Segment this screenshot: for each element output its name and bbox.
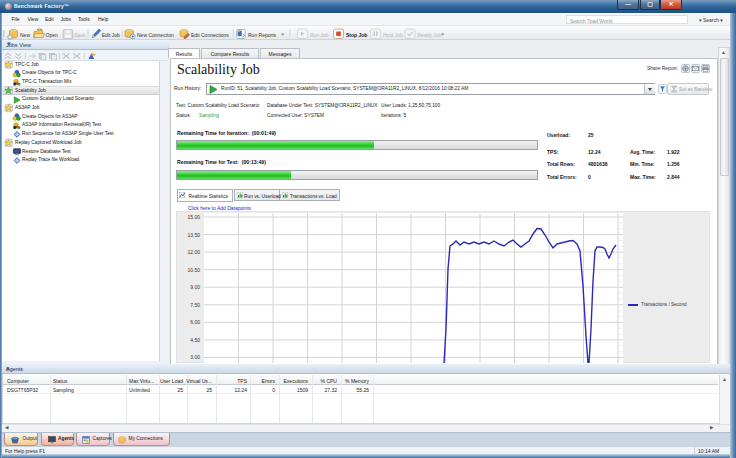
svg-text:10.50: 10.50 bbox=[187, 267, 200, 273]
svg-text:13.50: 13.50 bbox=[187, 232, 200, 238]
svg-text:12.00: 12.00 bbox=[187, 249, 200, 255]
svg-text:3.00: 3.00 bbox=[190, 354, 200, 360]
svg-text:7.50: 7.50 bbox=[190, 302, 200, 308]
svg-text:15.00: 15.00 bbox=[187, 214, 200, 220]
svg-text:4.50: 4.50 bbox=[190, 337, 200, 343]
svg-text:9.00: 9.00 bbox=[190, 284, 200, 290]
svg-text:6.00: 6.00 bbox=[190, 319, 200, 325]
